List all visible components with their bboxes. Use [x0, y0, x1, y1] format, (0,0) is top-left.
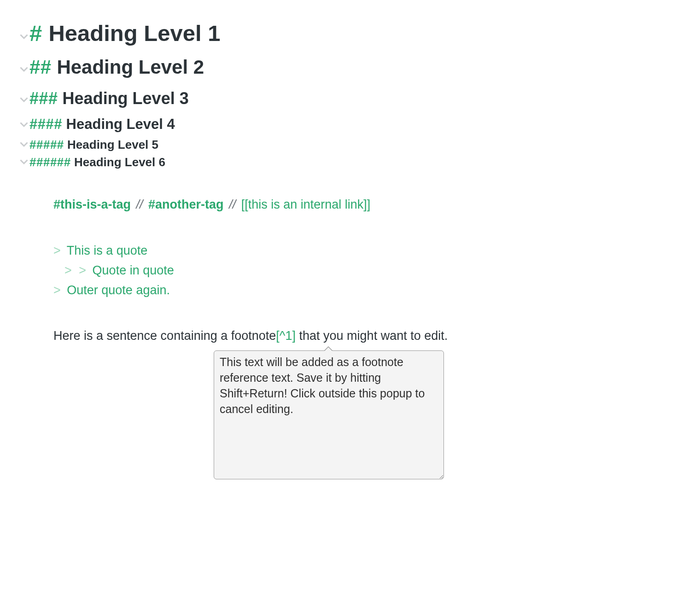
- quote-marker-icon: >: [53, 283, 61, 297]
- heading-6-text: Heading Level 6: [74, 156, 165, 169]
- fold-chevron-icon[interactable]: [18, 33, 29, 41]
- fold-chevron-icon[interactable]: [18, 140, 29, 149]
- footnote-textarea[interactable]: [214, 350, 444, 479]
- heading-6-row[interactable]: ###### Heading Level 6: [18, 156, 682, 169]
- fold-chevron-icon[interactable]: [18, 158, 29, 166]
- footnote-after-text: that you might want to edit.: [296, 329, 448, 343]
- heading-2-text: Heading Level 2: [57, 56, 204, 78]
- quote-marker-icon: >: [53, 244, 61, 257]
- quote-marker-icon: >: [64, 263, 72, 277]
- footnote-paragraph[interactable]: Here is a sentence containing a footnote…: [18, 327, 682, 345]
- popup-arrow-icon: [325, 347, 332, 351]
- tag-2[interactable]: #another-tag: [148, 198, 224, 211]
- tags-line[interactable]: #this-is-a-tag // #another-tag // [[this…: [18, 196, 682, 214]
- heading-3-text: Heading Level 3: [63, 89, 189, 108]
- heading-1-text: Heading Level 1: [48, 20, 220, 46]
- quote-text-3: Outer quote again.: [67, 283, 170, 297]
- footnote-popup: [214, 350, 444, 481]
- heading-4-text: Heading Level 4: [66, 116, 175, 133]
- heading-3-hash: ###: [29, 89, 58, 108]
- internal-link[interactable]: [[this is an internal link]]: [241, 198, 371, 211]
- fold-chevron-icon[interactable]: [18, 121, 29, 129]
- quote-marker-icon: >: [79, 263, 86, 277]
- quote-line-3: > Outer quote again.: [53, 280, 682, 300]
- tag-1[interactable]: #this-is-a-tag: [53, 198, 131, 211]
- footnote-before-text: Here is a sentence containing a footnote: [53, 329, 276, 343]
- heading-1-hash: #: [29, 20, 42, 46]
- heading-5-row[interactable]: ##### Heading Level 5: [18, 138, 682, 152]
- quote-line-2: > > Quote in quote: [53, 261, 682, 280]
- quote-text-2: Quote in quote: [93, 263, 174, 277]
- blockquote[interactable]: > This is a quote > > Quote in quote > O…: [18, 241, 682, 301]
- footnote-reference[interactable]: [^1]: [276, 329, 296, 343]
- markdown-editor[interactable]: # Heading Level 1 ## Heading Level 2 ###…: [0, 0, 700, 500]
- tag-separator: //: [229, 198, 236, 211]
- heading-5-text: Heading Level 5: [67, 138, 158, 152]
- heading-2-row[interactable]: ## Heading Level 2: [18, 56, 682, 78]
- quote-line-1: > This is a quote: [53, 241, 682, 261]
- heading-2-hash: ##: [29, 56, 52, 78]
- heading-3-row[interactable]: ### Heading Level 3: [18, 89, 682, 108]
- tag-separator: //: [136, 198, 143, 211]
- heading-4-hash: ####: [29, 116, 62, 133]
- heading-4-row[interactable]: #### Heading Level 4: [18, 116, 682, 133]
- heading-6-hash: ######: [29, 156, 71, 169]
- heading-5-hash: #####: [29, 138, 64, 152]
- heading-1-row[interactable]: # Heading Level 1: [18, 20, 682, 46]
- fold-chevron-icon[interactable]: [18, 65, 29, 74]
- quote-text-1: This is a quote: [67, 244, 148, 257]
- fold-chevron-icon[interactable]: [18, 96, 29, 104]
